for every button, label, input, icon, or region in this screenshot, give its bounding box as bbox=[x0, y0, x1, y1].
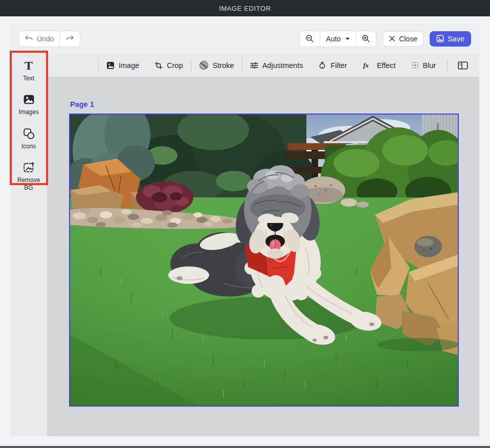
rail-label-icons: Icons bbox=[21, 143, 36, 150]
tool-effect-label: Effect bbox=[377, 61, 396, 70]
zoom-level-dropdown[interactable]: Auto bbox=[320, 31, 355, 47]
zoom-out-icon bbox=[305, 34, 314, 43]
tool-image-label: Image bbox=[119, 61, 139, 70]
rail-item-icons[interactable]: Icons bbox=[12, 127, 45, 150]
close-label: Close bbox=[399, 35, 417, 43]
effect-fx-icon: fx bbox=[363, 61, 373, 69]
canvas-area: Page 1 bbox=[47, 77, 479, 436]
rail-label-images: Images bbox=[18, 108, 38, 116]
remove-bg-icon bbox=[23, 161, 35, 174]
stroke-icon bbox=[199, 60, 209, 70]
format-toolbar: Image Crop Stroke Adjustments bbox=[47, 54, 479, 77]
redo-icon bbox=[65, 35, 74, 42]
undo-icon bbox=[25, 35, 33, 42]
save-image-icon bbox=[436, 35, 444, 42]
redo-button[interactable] bbox=[59, 31, 80, 47]
tool-effect[interactable]: fx Effect bbox=[355, 61, 404, 70]
rail-label-text: Text bbox=[23, 75, 34, 82]
tool-filter-label: Filter bbox=[330, 61, 347, 70]
zoom-level-value: Auto bbox=[326, 35, 341, 43]
page-label: Page 1 bbox=[70, 100, 94, 108]
tool-stroke[interactable]: Stroke bbox=[191, 60, 242, 70]
close-icon bbox=[389, 35, 395, 42]
images-icon bbox=[23, 93, 35, 106]
tool-filter[interactable]: Filter bbox=[310, 61, 354, 70]
titlebar: IMAGE EDITOR bbox=[0, 0, 490, 16]
edit-toolbar: Undo Auto bbox=[10, 24, 479, 54]
tool-adjustments[interactable]: Adjustments bbox=[242, 61, 311, 70]
close-button[interactable]: Close bbox=[383, 31, 424, 47]
window-bottom-edge bbox=[0, 446, 490, 448]
window-title: IMAGE EDITOR bbox=[219, 5, 271, 12]
tool-stroke-label: Stroke bbox=[213, 61, 234, 70]
zoom-group: Auto bbox=[299, 31, 376, 47]
toggle-side-panel-button[interactable] bbox=[455, 59, 471, 72]
text-icon: T bbox=[22, 59, 35, 72]
image-icon bbox=[106, 61, 115, 70]
icons-shapes-icon bbox=[23, 127, 35, 140]
zoom-out-button[interactable] bbox=[300, 31, 320, 47]
tool-blur[interactable]: Blur bbox=[404, 61, 444, 70]
zoom-in-button[interactable] bbox=[355, 31, 376, 47]
zoom-in-icon bbox=[362, 34, 370, 43]
undo-label: Undo bbox=[37, 35, 54, 43]
rail-item-remove-bg[interactable]: Remove BG bbox=[12, 161, 45, 191]
crop-icon bbox=[154, 61, 163, 70]
blur-dots-icon bbox=[411, 61, 419, 69]
tool-rail: T Text Images Icons Remov bbox=[10, 54, 47, 436]
rail-label-remove-bg: Remove BG bbox=[12, 176, 45, 191]
toolbar-right-controls: Auto Close bbox=[299, 31, 471, 47]
tool-crop-label: Crop bbox=[167, 61, 183, 70]
selected-photo-frame[interactable] bbox=[69, 114, 459, 407]
divider bbox=[447, 59, 448, 72]
image-editor-window: IMAGE EDITOR Undo bbox=[0, 0, 490, 448]
undo-button[interactable]: Undo bbox=[19, 31, 59, 47]
svg-text:fx: fx bbox=[363, 61, 369, 69]
dog-photo[interactable] bbox=[70, 115, 458, 406]
adjustments-icon bbox=[250, 61, 258, 70]
undo-redo-group: Undo bbox=[18, 31, 80, 47]
chevron-down-icon bbox=[345, 37, 350, 40]
save-button[interactable]: Save bbox=[430, 31, 471, 47]
side-panel-icon bbox=[458, 61, 468, 70]
tool-adjustments-label: Adjustments bbox=[262, 61, 303, 70]
rail-item-images[interactable]: Images bbox=[12, 93, 45, 116]
save-label: Save bbox=[448, 35, 464, 43]
svg-text:T: T bbox=[25, 59, 33, 72]
tool-crop[interactable]: Crop bbox=[147, 61, 190, 70]
tool-blur-label: Blur bbox=[423, 61, 436, 70]
rail-item-text[interactable]: T Text bbox=[12, 59, 45, 82]
purple-shrub bbox=[136, 181, 193, 214]
tool-image[interactable]: Image bbox=[99, 61, 147, 70]
filter-flask-icon bbox=[318, 61, 326, 70]
